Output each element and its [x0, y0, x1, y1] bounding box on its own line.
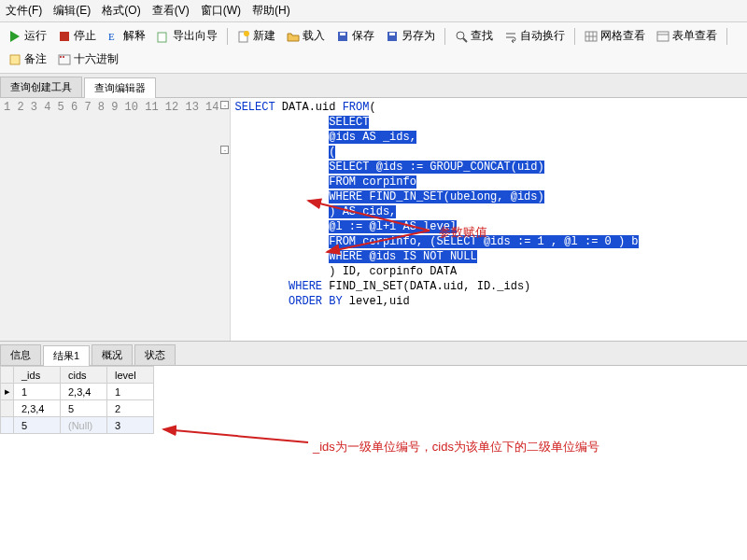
menu-window[interactable]: 窗口(W): [201, 3, 241, 19]
table-row[interactable]: ▸ 1 2,3,4 1: [1, 384, 154, 400]
hex-icon: [58, 53, 71, 66]
tab-query-builder[interactable]: 查询创建工具: [0, 77, 82, 97]
table-row[interactable]: 5 (Null) 3: [1, 417, 154, 434]
row-header-corner: [1, 367, 14, 384]
grid-icon: [585, 30, 598, 43]
col-ids[interactable]: _ids: [14, 367, 61, 384]
svg-rect-1: [60, 32, 69, 41]
row-cursor-icon: ▸: [1, 384, 14, 400]
autowrap-button[interactable]: 自动换行: [500, 25, 570, 47]
svg-rect-3: [158, 33, 166, 42]
stop-button[interactable]: 停止: [53, 25, 101, 47]
result-grid[interactable]: _ids cids level ▸ 1 2,3,4 1 2,3,4 5 2 5 …: [0, 366, 154, 434]
svg-rect-18: [10, 55, 20, 64]
grid-header-row: _ids cids level: [1, 367, 154, 384]
wrap-icon: [504, 30, 517, 43]
new-icon: [237, 30, 250, 43]
explain-button[interactable]: E解释: [103, 25, 150, 47]
svg-point-10: [457, 32, 464, 39]
fold-marker[interactable]: -: [220, 146, 229, 154]
form-view-button[interactable]: 表单查看: [652, 25, 722, 47]
save-as-icon: [386, 30, 399, 43]
export-icon: [157, 30, 170, 43]
table-row[interactable]: 2,3,4 5 2: [1, 400, 154, 417]
toolbar-separator: [574, 28, 575, 45]
save-as-button[interactable]: 另存为: [381, 25, 440, 47]
col-cids[interactable]: cids: [61, 367, 107, 384]
grid-view-button[interactable]: 网格查看: [580, 25, 650, 47]
menu-view[interactable]: 查看(V): [152, 3, 190, 19]
svg-text:E: E: [108, 31, 115, 42]
arrow-annotation: [159, 422, 317, 450]
result-tabstrip: 信息 结果1 概况 状态: [0, 341, 747, 366]
play-icon: [8, 30, 21, 43]
new-button[interactable]: 新建: [233, 25, 280, 47]
svg-rect-7: [340, 33, 345, 35]
toolbar-separator: [444, 28, 445, 45]
code-area[interactable]: SELECT DATA.uid FROM( SELECT @ids AS _id…: [231, 98, 747, 341]
toolbar-separator: [726, 28, 727, 45]
sql-editor[interactable]: 1 2 3 4 5 6 7 8 9 10 11 12 13 14 - - SEL…: [0, 98, 747, 341]
svg-rect-21: [63, 56, 64, 58]
load-button[interactable]: 载入: [282, 25, 330, 47]
fold-marker[interactable]: -: [220, 101, 229, 109]
folder-open-icon: [287, 30, 300, 43]
export-wizard-button[interactable]: 导出向导: [152, 25, 222, 47]
svg-marker-0: [10, 31, 20, 42]
stop-icon: [58, 30, 71, 43]
search-icon: [455, 30, 468, 43]
svg-point-5: [244, 31, 249, 36]
save-icon: [336, 30, 349, 43]
svg-line-11: [463, 38, 467, 42]
menu-edit[interactable]: 编辑(E): [53, 3, 91, 19]
svg-line-26: [163, 429, 308, 442]
find-button[interactable]: 查找: [450, 25, 498, 47]
menu-file[interactable]: 文件(F): [6, 3, 42, 19]
run-button[interactable]: 运行: [4, 25, 51, 47]
tab-query-editor[interactable]: 查询编辑器: [84, 77, 156, 98]
svg-rect-9: [389, 33, 395, 35]
menu-bar: 文件(F) 编辑(E) 格式(O) 查看(V) 窗口(W) 帮助(H): [0, 0, 747, 22]
result-pane: _ids cids level ▸ 1 2,3,4 1 2,3,4 5 2 5 …: [0, 366, 747, 560]
note-icon: [8, 53, 21, 66]
line-gutter: 1 2 3 4 5 6 7 8 9 10 11 12 13 14 - -: [0, 98, 231, 341]
form-icon: [656, 30, 669, 43]
save-button[interactable]: 保存: [331, 25, 379, 47]
svg-rect-16: [657, 32, 669, 41]
menu-format[interactable]: 格式(O): [102, 3, 140, 19]
annotation-ids-explain: _ids为一级单位编号，cids为该单位下的二级单位编号: [313, 439, 599, 455]
toolbar: 运行 停止 E解释 导出向导 新建 载入 保存 另存为 查找 自动换行 网格查看…: [0, 22, 747, 74]
editor-tabstrip: 查询创建工具 查询编辑器: [0, 74, 747, 98]
tab-result1[interactable]: 结果1: [43, 345, 90, 366]
explain-icon: E: [107, 30, 120, 43]
tab-profile[interactable]: 概况: [92, 344, 133, 365]
col-level[interactable]: level: [107, 367, 154, 384]
tab-info[interactable]: 信息: [0, 344, 41, 365]
tab-status[interactable]: 状态: [134, 344, 176, 365]
toolbar-separator: [227, 28, 228, 45]
svg-rect-20: [60, 56, 62, 58]
annotation-param-assign: 参数赋值: [439, 224, 487, 241]
comment-button[interactable]: 备注: [4, 49, 51, 70]
menu-help[interactable]: 帮助(H): [252, 3, 290, 19]
hex-button[interactable]: 十六进制: [53, 49, 123, 70]
